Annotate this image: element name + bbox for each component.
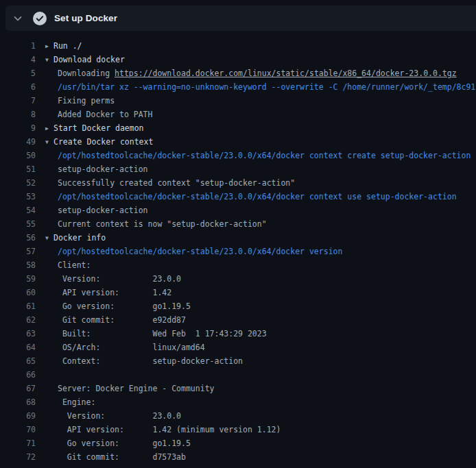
log-text: Context: setup-docker-action [36, 354, 476, 368]
line-number[interactable]: 1 [0, 39, 36, 53]
expand-group-icon[interactable]: ▶ [45, 122, 53, 135]
expand-group-icon[interactable]: ▶ [45, 40, 53, 53]
log-text: Successfully created context "setup-dock… [36, 176, 476, 190]
log-line: 66 [0, 368, 476, 382]
line-number[interactable]: 66 [0, 368, 36, 382]
log-line: 53/opt/hostedtoolcache/docker-stable/23.… [0, 190, 476, 204]
log-line: 61 Go version: go1.19.5 [0, 299, 476, 313]
log-line: 70 API version: 1.42 (minimum version 1.… [0, 423, 476, 436]
line-number[interactable]: 60 [0, 286, 36, 299]
line-number[interactable]: 52 [0, 176, 36, 190]
log-line: 51setup-docker-action [0, 162, 476, 176]
log-line: 4▼Download docker [0, 53, 476, 66]
log-line: 8Added Docker to PATH [0, 108, 476, 121]
log-link-row: Downloading https://download.docker.com/… [36, 66, 476, 80]
check-circle-icon [33, 12, 47, 25]
log-text: API version: 1.42 (minimum version 1.12) [36, 423, 476, 436]
line-number[interactable]: 58 [0, 258, 36, 272]
line-number[interactable]: 50 [0, 149, 36, 162]
collapse-group-icon[interactable]: ▼ [45, 136, 53, 149]
line-number[interactable]: 7 [0, 94, 36, 108]
line-number[interactable]: 71 [0, 436, 36, 450]
line-number[interactable]: 5 [0, 66, 36, 80]
log-command-text: /opt/hostedtoolcache/docker-stable/23.0.… [36, 149, 476, 162]
log-line: 63 Built: Wed Feb 1 17:43:29 2023 [0, 327, 476, 341]
log-line: 7Fixing perms [0, 94, 476, 108]
line-number[interactable]: 6 [0, 80, 36, 94]
log-text: Added Docker to PATH [36, 108, 476, 121]
log-line: 49▼Create Docker context [0, 135, 476, 149]
line-number[interactable]: 57 [0, 245, 36, 258]
line-number[interactable]: 72 [0, 450, 36, 464]
log-group-row: ▼Create Docker context [36, 135, 476, 149]
line-number[interactable]: 53 [0, 190, 36, 204]
log-line: 9▶Start Docker daemon [0, 121, 476, 135]
line-number[interactable]: 64 [0, 341, 36, 354]
step-header[interactable]: Set up Docker [5, 5, 476, 31]
collapse-group-icon[interactable]: ▼ [45, 53, 53, 66]
line-number[interactable]: 55 [0, 217, 36, 231]
log-command-text: /usr/bin/tar xz --warning=no-unknown-key… [36, 80, 476, 94]
collapse-group-icon[interactable]: ▼ [45, 232, 53, 245]
log-text: Fixing perms [36, 94, 476, 108]
log-line: 62 Git commit: e92dd87 [0, 313, 476, 327]
line-number[interactable]: 59 [0, 272, 36, 286]
download-url-link[interactable]: https://download.docker.com/linux/static… [115, 69, 457, 78]
log-text: Current context is now "setup-docker-act… [36, 217, 476, 231]
log-text: Client: [36, 258, 476, 272]
log-command-text: /opt/hostedtoolcache/docker-stable/23.0.… [36, 190, 476, 204]
line-number[interactable]: 61 [0, 299, 36, 313]
line-number[interactable]: 9 [0, 121, 36, 135]
log-line: 65 Context: setup-docker-action [0, 354, 476, 368]
log-text: Built: Wed Feb 1 17:43:29 2023 [36, 327, 476, 341]
line-number[interactable]: 69 [0, 409, 36, 423]
line-number[interactable]: 8 [0, 108, 36, 121]
log-line: 56▼Docker info [0, 231, 476, 245]
log-line: 69 Version: 23.0.0 [0, 409, 476, 423]
log-line: 72 Git commit: d7573ab [0, 450, 476, 464]
line-number[interactable]: 54 [0, 204, 36, 217]
log-line: 68 Engine: [0, 395, 476, 409]
log-line: 52Successfully created context "setup-do… [0, 176, 476, 190]
log-text: OS/Arch: linux/amd64 [36, 341, 476, 354]
log-text: Git commit: d7573ab [36, 450, 476, 464]
line-number[interactable]: 62 [0, 313, 36, 327]
log-line: 55Current context is now "setup-docker-a… [0, 217, 476, 231]
log-text: Go version: go1.19.5 [36, 436, 476, 450]
log-group-row: ▶Start Docker daemon [36, 121, 476, 135]
log-text: Version: 23.0.0 [36, 272, 476, 286]
chevron-down-icon[interactable] [12, 13, 23, 24]
line-number[interactable]: 65 [0, 354, 36, 368]
log-text [36, 368, 476, 382]
log-container: 1▶Run ./4▼Download docker5Downloading ht… [0, 39, 476, 464]
log-text: Go version: go1.19.5 [36, 299, 476, 313]
log-group-row: ▶Run ./ [36, 39, 476, 53]
log-line: 67Server: Docker Engine - Community [0, 382, 476, 395]
line-number[interactable]: 51 [0, 162, 36, 176]
group-label[interactable]: Create Docker context [53, 137, 153, 147]
line-number[interactable]: 70 [0, 423, 36, 436]
group-label[interactable]: Download docker [53, 55, 125, 64]
log-line: 5Downloading https://download.docker.com… [0, 66, 476, 80]
log-line: 58Client: [0, 258, 476, 272]
log-line: 50/opt/hostedtoolcache/docker-stable/23.… [0, 149, 476, 162]
line-number[interactable]: 56 [0, 231, 36, 245]
line-number[interactable]: 67 [0, 382, 36, 395]
log-text: API version: 1.42 [36, 286, 476, 299]
line-number[interactable]: 49 [0, 135, 36, 149]
group-label[interactable]: Run ./ [53, 41, 82, 51]
log-text: Server: Docker Engine - Community [36, 382, 476, 395]
log-text: setup-docker-action [36, 204, 476, 217]
log-text: Engine: [36, 395, 476, 409]
step-title: Set up Docker [54, 13, 117, 23]
line-number[interactable]: 63 [0, 327, 36, 341]
log-command-text: /opt/hostedtoolcache/docker-stable/23.0.… [36, 245, 476, 258]
line-number[interactable]: 68 [0, 395, 36, 409]
log-text: Version: 23.0.0 [36, 409, 476, 423]
group-label[interactable]: Start Docker daemon [53, 123, 144, 133]
line-number[interactable]: 4 [0, 53, 36, 66]
log-text: setup-docker-action [36, 162, 476, 176]
group-label[interactable]: Docker info [53, 233, 106, 243]
log-text: Downloading [58, 69, 115, 78]
log-line: 59 Version: 23.0.0 [0, 272, 476, 286]
